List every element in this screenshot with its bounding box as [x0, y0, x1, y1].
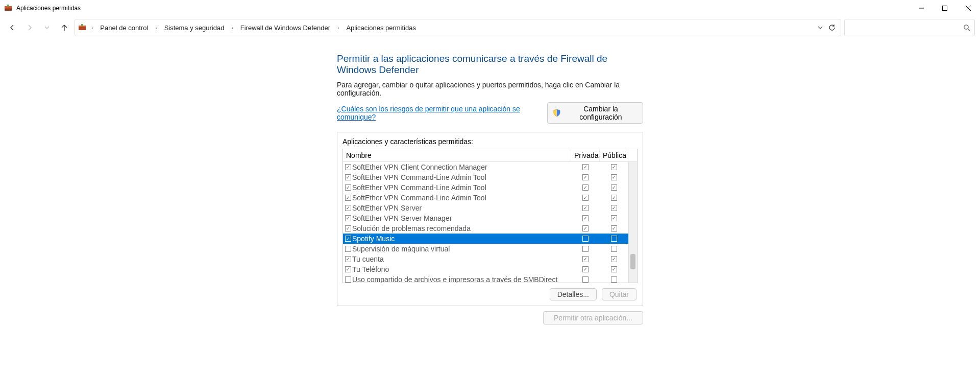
- svg-rect-3: [7, 5, 9, 7]
- checkbox[interactable]: [611, 164, 617, 170]
- search-icon: [963, 24, 970, 31]
- checkbox[interactable]: [611, 246, 617, 252]
- checkbox[interactable]: [611, 256, 617, 262]
- app-name: Uso compartido de archivos e impresoras …: [352, 275, 557, 283]
- chevron-right-icon[interactable]: ›: [229, 25, 235, 31]
- scrollbar-thumb[interactable]: [630, 254, 635, 269]
- breadcrumb-item[interactable]: Panel de control: [98, 22, 150, 34]
- forward-button[interactable]: [22, 20, 37, 35]
- checkbox[interactable]: [611, 266, 617, 272]
- table-row[interactable]: SoftEther VPN Server: [343, 203, 637, 213]
- svg-line-12: [968, 29, 970, 31]
- chevron-right-icon[interactable]: ›: [153, 25, 159, 31]
- app-name: Tu cuenta: [352, 255, 384, 263]
- checkbox[interactable]: [582, 164, 589, 170]
- firewall-icon: [78, 24, 86, 32]
- checkbox[interactable]: [345, 164, 351, 170]
- checkbox[interactable]: [345, 276, 351, 283]
- window-title: Aplicaciones permitidas: [16, 5, 81, 12]
- app-name: Spotify Music: [352, 235, 395, 243]
- checkbox[interactable]: [611, 225, 617, 231]
- table-row[interactable]: SoftEther VPN Server Manager: [343, 213, 637, 223]
- column-name[interactable]: Nombre: [343, 149, 571, 161]
- checkbox[interactable]: [611, 236, 617, 242]
- checkbox[interactable]: [582, 195, 589, 201]
- checkbox[interactable]: [345, 266, 351, 272]
- refresh-icon[interactable]: [828, 24, 836, 31]
- checkbox[interactable]: [345, 174, 351, 180]
- table-row[interactable]: Uso compartido de archivos e impresoras …: [343, 274, 637, 283]
- table-row[interactable]: SoftEther VPN Command-Line Admin Tool: [343, 172, 637, 182]
- table-row[interactable]: Solución de problemas recomendada: [343, 223, 637, 234]
- breadcrumb-item[interactable]: Sistema y seguridad: [162, 22, 227, 34]
- back-button[interactable]: [5, 20, 19, 35]
- chevron-right-icon[interactable]: ›: [335, 25, 341, 31]
- checkbox[interactable]: [345, 215, 351, 221]
- checkbox[interactable]: [582, 256, 589, 262]
- checkbox[interactable]: [611, 205, 617, 211]
- checkbox[interactable]: [582, 215, 589, 221]
- checkbox[interactable]: [582, 225, 589, 231]
- breadcrumb-item[interactable]: Firewall de Windows Defender: [238, 22, 332, 34]
- page-subtext: Para agregar, cambiar o quitar aplicacio…: [337, 81, 643, 97]
- table-row[interactable]: Tu cuenta: [343, 254, 637, 264]
- titlebar: Aplicaciones permitidas: [0, 0, 980, 16]
- maximize-button[interactable]: [933, 0, 957, 16]
- minimize-button[interactable]: [910, 0, 933, 16]
- list-body[interactable]: SoftEther VPN Client Connection ManagerS…: [343, 162, 637, 283]
- allow-another-app-button[interactable]: Permitir otra aplicación...: [543, 311, 643, 324]
- column-private[interactable]: Privada: [571, 149, 600, 161]
- table-row[interactable]: SoftEther VPN Command-Line Admin Tool: [343, 182, 637, 193]
- checkbox[interactable]: [345, 246, 351, 252]
- checkbox[interactable]: [611, 174, 617, 180]
- breadcrumb-item[interactable]: Aplicaciones permitidas: [344, 22, 418, 34]
- checkbox[interactable]: [611, 195, 617, 201]
- app-name: SoftEther VPN Server Manager: [352, 214, 452, 222]
- checkbox[interactable]: [582, 236, 589, 242]
- checkbox[interactable]: [345, 205, 351, 211]
- chevron-right-icon[interactable]: ›: [89, 25, 95, 31]
- table-row[interactable]: SoftEther VPN Client Connection Manager: [343, 162, 637, 172]
- app-name: Solución de problemas recomendada: [352, 224, 471, 233]
- search-input[interactable]: [844, 19, 975, 36]
- checkbox[interactable]: [582, 184, 589, 191]
- checkbox[interactable]: [582, 276, 589, 283]
- address-bar[interactable]: › Panel de control › Sistema y seguridad…: [75, 19, 841, 36]
- app-name: SoftEther VPN Command-Line Admin Tool: [352, 173, 486, 181]
- svg-rect-5: [943, 6, 947, 11]
- table-row[interactable]: Supervisión de máquina virtual: [343, 244, 637, 254]
- checkbox[interactable]: [611, 215, 617, 221]
- chevron-down-icon[interactable]: [817, 25, 823, 31]
- checkbox[interactable]: [582, 266, 589, 272]
- column-public[interactable]: Pública: [600, 149, 628, 161]
- risk-link[interactable]: ¿Cuáles son los riesgos de permitir que …: [337, 105, 547, 121]
- close-button[interactable]: [957, 0, 980, 16]
- checkbox[interactable]: [582, 174, 589, 180]
- recent-dropdown-button[interactable]: [40, 20, 54, 35]
- checkbox[interactable]: [345, 256, 351, 262]
- app-name: Supervisión de máquina virtual: [352, 245, 450, 253]
- svg-rect-10: [81, 24, 83, 26]
- checkbox[interactable]: [611, 184, 617, 191]
- scrollbar[interactable]: [628, 162, 637, 283]
- svg-rect-2: [5, 9, 12, 11]
- table-row[interactable]: Tu Teléfono: [343, 264, 637, 274]
- table-row[interactable]: SoftEther VPN Command-Line Admin Tool: [343, 193, 637, 203]
- details-button[interactable]: Detalles...: [550, 288, 597, 300]
- checkbox[interactable]: [611, 276, 617, 283]
- apps-list: Nombre Privada Pública SoftEther VPN Cli…: [342, 149, 638, 283]
- app-name: SoftEther VPN Command-Line Admin Tool: [352, 183, 486, 192]
- up-button[interactable]: [57, 20, 71, 35]
- group-label: Aplicaciones y características permitida…: [342, 137, 638, 146]
- remove-button[interactable]: Quitar: [602, 288, 636, 300]
- checkbox[interactable]: [582, 246, 589, 252]
- checkbox[interactable]: [345, 184, 351, 191]
- page-heading: Permitir a las aplicaciones comunicarse …: [337, 53, 643, 76]
- checkbox[interactable]: [345, 225, 351, 231]
- table-row[interactable]: Spotify Music: [343, 234, 637, 244]
- checkbox[interactable]: [582, 205, 589, 211]
- checkbox[interactable]: [345, 236, 351, 242]
- checkbox[interactable]: [345, 195, 351, 201]
- change-settings-button[interactable]: Cambiar la configuración: [547, 102, 643, 124]
- svg-point-11: [964, 25, 968, 29]
